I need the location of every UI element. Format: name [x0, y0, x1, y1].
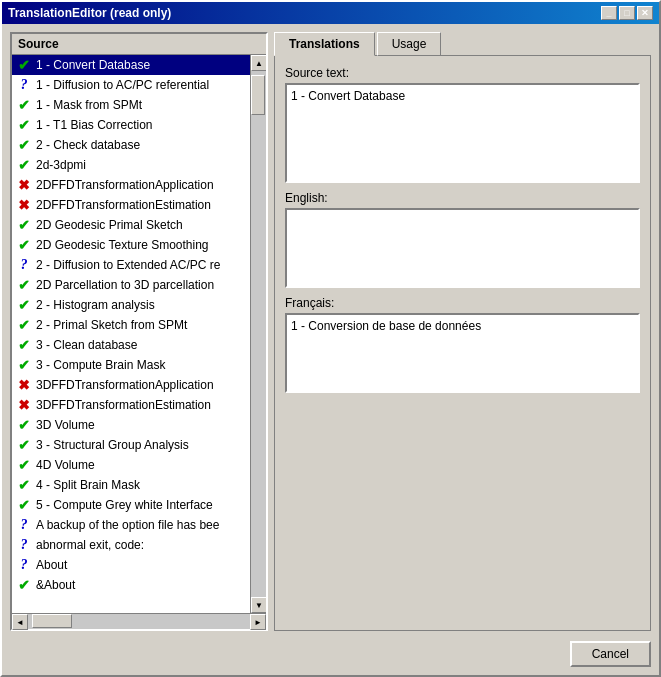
main-area: Source ✔1 - Convert Database?1 - Diffusi… — [10, 32, 651, 631]
check-icon: ✔ — [16, 217, 32, 233]
list-item-label: 2 - Check database — [36, 138, 140, 152]
scroll-down-button[interactable]: ▼ — [251, 597, 266, 613]
list-item-label: 3 - Clean database — [36, 338, 137, 352]
list-item-label: 3DFFDTransformationEstimation — [36, 398, 211, 412]
list-item[interactable]: ?abnormal exit, code: — [12, 535, 250, 555]
maximize-button[interactable]: □ — [619, 6, 635, 20]
list-item[interactable]: ✖3DFFDTransformationEstimation — [12, 395, 250, 415]
right-panel: Translations Usage Source text: English:… — [274, 32, 651, 631]
list-item[interactable]: ?1 - Diffusion to AC/PC referential — [12, 75, 250, 95]
check-icon: ✔ — [16, 357, 32, 373]
tab-content: Source text: English: Français: — [274, 55, 651, 631]
scroll-left-button[interactable]: ◄ — [12, 614, 28, 630]
list-item-label: 2DFFDTransformationApplication — [36, 178, 214, 192]
list-item[interactable]: ✔2D Geodesic Primal Sketch — [12, 215, 250, 235]
list-item-label: 2d-3dpmi — [36, 158, 86, 172]
title-bar-buttons: _ □ ✕ — [601, 6, 653, 20]
window-title: TranslationEditor (read only) — [8, 6, 171, 20]
list-item[interactable]: ✔4D Volume — [12, 455, 250, 475]
tab-usage[interactable]: Usage — [377, 32, 442, 56]
list-item[interactable]: ✖2DFFDTransformationEstimation — [12, 195, 250, 215]
list-item-label: 5 - Compute Grey white Interface — [36, 498, 213, 512]
question-icon: ? — [16, 517, 32, 533]
check-icon: ✔ — [16, 57, 32, 73]
list-item-label: 3DFFDTransformationApplication — [36, 378, 214, 392]
check-icon: ✔ — [16, 317, 32, 333]
horiz-scroll-track — [28, 614, 250, 629]
list-item[interactable]: ?2 - Diffusion to Extended AC/PC re — [12, 255, 250, 275]
english-text-area[interactable] — [285, 208, 640, 288]
list-item-label: 3 - Compute Brain Mask — [36, 358, 165, 372]
title-bar: TranslationEditor (read only) _ □ ✕ — [2, 2, 659, 24]
check-icon: ✔ — [16, 457, 32, 473]
list-item-label: 3 - Structural Group Analysis — [36, 438, 189, 452]
check-icon: ✔ — [16, 477, 32, 493]
horizontal-scrollbar[interactable]: ◄ ► — [12, 613, 266, 629]
list-item[interactable]: ✖2DFFDTransformationApplication — [12, 175, 250, 195]
left-panel: Source ✔1 - Convert Database?1 - Diffusi… — [10, 32, 268, 631]
scroll-track — [251, 71, 266, 597]
list-item-label: 1 - T1 Bias Correction — [36, 118, 153, 132]
scroll-right-button[interactable]: ► — [250, 614, 266, 630]
list-item-label: 2DFFDTransformationEstimation — [36, 198, 211, 212]
french-text-area[interactable] — [285, 313, 640, 393]
question-icon: ? — [16, 257, 32, 273]
check-icon: ✔ — [16, 577, 32, 593]
list-item[interactable]: ✔5 - Compute Grey white Interface — [12, 495, 250, 515]
cancel-button[interactable]: Cancel — [570, 641, 651, 667]
source-list[interactable]: ✔1 - Convert Database?1 - Diffusion to A… — [12, 55, 250, 613]
list-item[interactable]: ✔2 - Primal Sketch from SPMt — [12, 315, 250, 335]
list-item-label: 1 - Diffusion to AC/PC referential — [36, 78, 209, 92]
list-item-label: 2 - Diffusion to Extended AC/PC re — [36, 258, 221, 272]
list-item-label: 2D Geodesic Primal Sketch — [36, 218, 183, 232]
list-item[interactable]: ✔2 - Histogram analysis — [12, 295, 250, 315]
english-section: English: — [285, 191, 640, 288]
minimize-button[interactable]: _ — [601, 6, 617, 20]
horiz-scroll-thumb[interactable] — [32, 614, 72, 628]
close-button[interactable]: ✕ — [637, 6, 653, 20]
tab-translations[interactable]: Translations — [274, 32, 375, 56]
list-item[interactable]: ✖3DFFDTransformationApplication — [12, 375, 250, 395]
check-icon: ✔ — [16, 237, 32, 253]
panel-header: Source — [12, 34, 266, 55]
list-item[interactable]: ✔1 - Mask from SPMt — [12, 95, 250, 115]
check-icon: ✔ — [16, 437, 32, 453]
check-icon: ✔ — [16, 157, 32, 173]
scroll-up-button[interactable]: ▲ — [251, 55, 266, 71]
list-item[interactable]: ✔&About — [12, 575, 250, 595]
list-item-label: 1 - Mask from SPMt — [36, 98, 142, 112]
scroll-thumb[interactable] — [251, 75, 265, 115]
list-item[interactable]: ✔1 - T1 Bias Correction — [12, 115, 250, 135]
source-text-area[interactable] — [285, 83, 640, 183]
check-icon: ✔ — [16, 97, 32, 113]
list-item[interactable]: ✔2 - Check database — [12, 135, 250, 155]
list-item-label: 2D Parcellation to 3D parcellation — [36, 278, 214, 292]
check-icon: ✔ — [16, 297, 32, 313]
list-item[interactable]: ✔2D Geodesic Texture Smoothing — [12, 235, 250, 255]
list-item-label: &About — [36, 578, 75, 592]
list-item-label: About — [36, 558, 67, 572]
list-item[interactable]: ✔3 - Compute Brain Mask — [12, 355, 250, 375]
list-item-label: 4 - Split Brain Mask — [36, 478, 140, 492]
tabs-bar: Translations Usage — [274, 32, 651, 56]
list-item[interactable]: ✔4 - Split Brain Mask — [12, 475, 250, 495]
list-item[interactable]: ✔2D Parcellation to 3D parcellation — [12, 275, 250, 295]
list-item-label: 2 - Primal Sketch from SPMt — [36, 318, 187, 332]
list-item[interactable]: ?A backup of the option file has bee — [12, 515, 250, 535]
cross-icon: ✖ — [16, 177, 32, 193]
list-item[interactable]: ✔3D Volume — [12, 415, 250, 435]
window-content: Source ✔1 - Convert Database?1 - Diffusi… — [2, 24, 659, 675]
vertical-scrollbar[interactable]: ▲ ▼ — [250, 55, 266, 613]
source-text-label: Source text: — [285, 66, 640, 80]
list-item[interactable]: ✔2d-3dpmi — [12, 155, 250, 175]
list-item[interactable]: ?About — [12, 555, 250, 575]
check-icon: ✔ — [16, 337, 32, 353]
source-text-section: Source text: — [285, 66, 640, 183]
list-item[interactable]: ✔3 - Structural Group Analysis — [12, 435, 250, 455]
list-item[interactable]: ✔1 - Convert Database — [12, 55, 250, 75]
main-window: TranslationEditor (read only) _ □ ✕ Sour… — [0, 0, 661, 677]
check-icon: ✔ — [16, 417, 32, 433]
list-container: ✔1 - Convert Database?1 - Diffusion to A… — [12, 55, 266, 613]
list-item[interactable]: ✔3 - Clean database — [12, 335, 250, 355]
cross-icon: ✖ — [16, 197, 32, 213]
